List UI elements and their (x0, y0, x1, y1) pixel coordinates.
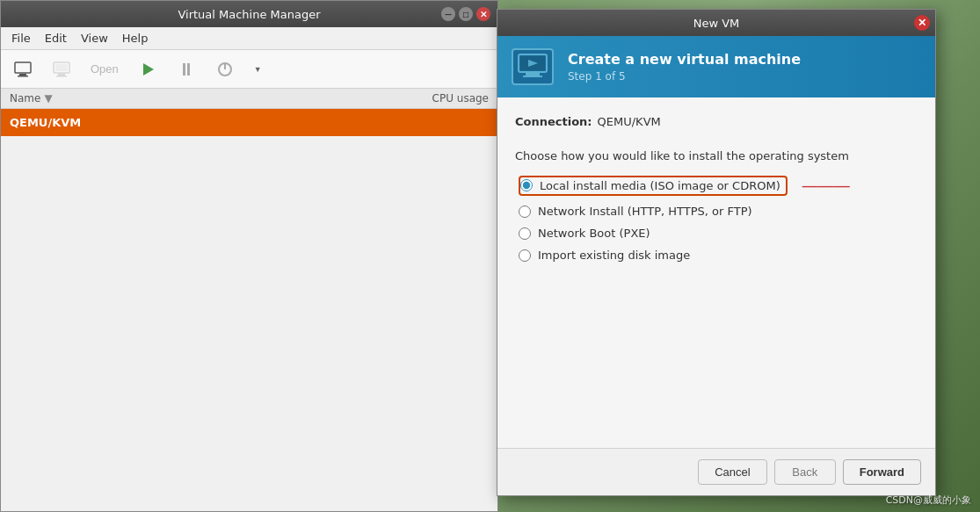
menu-file[interactable]: File (4, 29, 38, 47)
newvm-footer: Cancel Back Forward (497, 448, 935, 495)
sort-icon: ▼ (44, 92, 52, 105)
vmm-toolbar: Open ▼ (1, 50, 497, 89)
vmm-content: Name ▼ CPU usage QEMU/KVM (1, 89, 497, 511)
radio-import-disk[interactable] (519, 249, 531, 262)
power-button[interactable] (208, 56, 242, 83)
vmm-window-controls: ─ □ ✕ (441, 7, 490, 21)
back-button[interactable]: Back (774, 459, 836, 485)
svg-rect-14 (523, 76, 542, 77)
radio-option-local[interactable]: Local install media (ISO image or CDROM)… (519, 175, 918, 196)
connection-row: Connection: QEMU/KVM (515, 115, 918, 128)
radio-option-import-disk[interactable]: Import existing disk image (519, 249, 918, 262)
radio-local-label[interactable]: Local install media (ISO image or CDROM) (540, 179, 780, 192)
svg-rect-0 (15, 62, 31, 73)
pause-icon (177, 60, 196, 79)
run-button[interactable] (131, 56, 164, 83)
close-button[interactable]: ✕ (476, 7, 490, 21)
radio-import-disk-label[interactable]: Import existing disk image (538, 249, 690, 262)
svg-rect-4 (58, 74, 65, 76)
radio-option-network-install[interactable]: Network Install (HTTP, HTTPS, or FTP) (519, 205, 918, 218)
newvm-dialog: New VM ✕ Create a new virtual machine St… (497, 9, 936, 496)
cancel-button[interactable]: Cancel (698, 459, 766, 485)
vmm-title: Virtual Machine Manager (178, 8, 320, 21)
menu-view[interactable]: View (74, 29, 115, 47)
newvm-header-icon (512, 48, 554, 85)
watermark: CSDN@威威的小象 (886, 494, 971, 507)
radio-local[interactable] (520, 179, 533, 191)
vmm-titlebar: Virtual Machine Manager ─ □ ✕ (1, 1, 497, 27)
newvm-header-step: Step 1 of 5 (568, 70, 921, 83)
svg-rect-2 (18, 76, 28, 77)
radio-network-install-label[interactable]: Network Install (HTTP, HTTPS, or FTP) (538, 205, 752, 218)
newvm-header-title: Create a new virtual machine (568, 51, 921, 68)
red-arrow-indicator: ——— (802, 175, 849, 196)
svg-rect-5 (56, 76, 67, 77)
list-item[interactable]: QEMU/KVM (1, 109, 497, 136)
chevron-down-icon: ▼ (254, 65, 262, 74)
vmm-list-header: Name ▼ CPU usage (1, 89, 497, 109)
radio-option-network-boot[interactable]: Network Boot (PXE) (519, 227, 918, 240)
menu-help[interactable]: Help (115, 29, 156, 47)
selected-border: Local install media (ISO image or CDROM) (519, 176, 788, 196)
connection-label: Connection: (515, 115, 592, 128)
svg-rect-13 (526, 73, 540, 76)
new-vm-button[interactable] (6, 56, 40, 83)
newvm-header: Create a new virtual machine Step 1 of 5 (497, 36, 935, 97)
newvm-title: New VM (693, 17, 740, 30)
dropdown-button[interactable]: ▼ (247, 61, 269, 77)
open-button[interactable]: Open (83, 59, 126, 79)
radio-network-boot[interactable] (519, 227, 531, 240)
power-icon (215, 60, 235, 79)
radio-network-boot-label[interactable]: Network Boot (PXE) (538, 227, 650, 240)
radio-network-install[interactable] (519, 206, 531, 218)
newvm-body: Connection: QEMU/KVM Choose how you woul… (497, 97, 935, 448)
column-name: Name ▼ (10, 92, 401, 105)
radio-group: Local install media (ISO image or CDROM)… (515, 175, 918, 262)
minimize-button[interactable]: ─ (441, 7, 455, 21)
vmm-menubar: File Edit View Help (1, 27, 497, 50)
install-method-label: Choose how you would like to install the… (515, 149, 918, 162)
column-cpu: CPU usage (401, 92, 489, 105)
connection-value: QEMU/KVM (598, 115, 661, 128)
newvm-header-text: Create a new virtual machine Step 1 of 5 (568, 51, 921, 83)
newvm-titlebar: New VM ✕ (497, 10, 935, 36)
screen-icon (52, 60, 71, 79)
vm-name: QEMU/KVM (10, 116, 81, 129)
monitor-icon (13, 60, 33, 79)
menu-edit[interactable]: Edit (38, 29, 74, 47)
newvm-close-button[interactable]: ✕ (914, 15, 930, 31)
play-icon (138, 60, 157, 79)
maximize-button[interactable]: □ (459, 7, 473, 21)
svg-rect-1 (19, 74, 26, 76)
svg-marker-7 (143, 63, 154, 76)
forward-button[interactable]: Forward (843, 459, 921, 485)
svg-rect-6 (55, 64, 68, 71)
pause-button[interactable] (170, 56, 203, 83)
vmm-window: Virtual Machine Manager ─ □ ✕ File Edit … (0, 0, 498, 512)
details-button[interactable] (45, 56, 78, 83)
open-label: Open (91, 62, 119, 76)
